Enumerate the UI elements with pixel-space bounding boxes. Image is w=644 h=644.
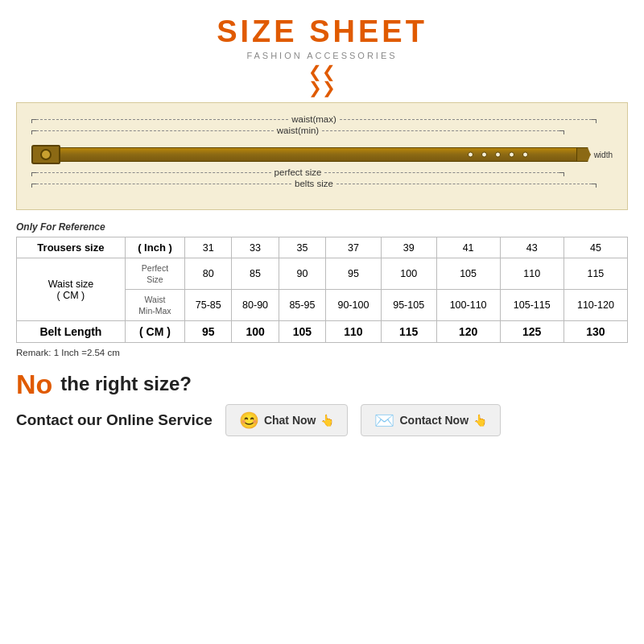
belt-125: 125 [500,321,564,343]
chat-now-button[interactable]: 😊 Chat Now 👆 [225,404,349,436]
perfect-size-measurement: perfect size [31,167,564,177]
waist-100-110: 100-110 [436,290,500,321]
belt-length-unit: ( CM ) [125,321,184,343]
mail-icon: ✉️ [374,411,394,430]
belt-length-label: Belt Length [17,321,126,343]
belt-hole [481,152,487,158]
no-text: No [16,370,52,398]
waist-size-text: Waist size [48,279,94,290]
size-33: 33 [232,237,279,258]
page-title: SIZE SHEET [217,14,427,49]
belt-hole [522,152,528,158]
no-right-size-row: No the right size? [16,370,628,398]
waist-max-label: waist(max) [288,114,340,124]
hand-icon-contact: 👆 [473,414,487,427]
contact-row: Contact our Online Service 😊 Chat Now 👆 … [16,404,628,436]
waist-minmax-sublabel: WaistMin-Max [125,290,184,321]
size-table: Trousers size ( Inch ) 31 33 35 37 39 41… [16,237,628,343]
belt-95: 95 [185,321,232,343]
chat-icon: 😊 [239,411,259,430]
chat-btn-label: Chat Now [264,414,316,427]
belt-hole [509,152,514,158]
perfect-95: 95 [326,258,382,290]
belt-100: 100 [232,321,279,343]
belt-diagram: waist(max) waist(min) [16,102,628,210]
belt-buckle [31,145,60,164]
waist-75-85: 75-85 [185,290,232,321]
belt-hole [495,152,501,158]
belt-strap [60,147,576,162]
belt-120: 120 [436,321,500,343]
waist-80-90: 80-90 [232,290,279,321]
right-size-text: the right size? [60,373,192,395]
belt-length-row: Belt Length ( CM ) 95 100 105 110 115 12… [17,321,628,343]
perfect-size-row: Waist size ( CM ) PerfectSize 80 85 90 9… [17,258,628,290]
chevron-icon: ❮❮❯❯ [308,64,336,96]
belt-holes [468,152,528,158]
waist-105-115: 105-115 [500,290,564,321]
page-subtitle: FASHION ACCESSORIES [246,51,397,60]
size-37: 37 [326,237,382,258]
size-35: 35 [279,237,325,258]
waist-95-105: 95-105 [381,290,436,321]
waist-110-120: 110-120 [564,290,627,321]
perfect-110: 110 [500,258,564,290]
hand-icon-chat: 👆 [320,414,334,427]
belt-115: 115 [381,321,436,343]
waist-85-95: 85-95 [279,290,325,321]
size-45: 45 [564,237,627,258]
size-39: 39 [381,237,436,258]
waist-max-measurement: waist(max) [31,114,597,124]
col-trousers-size: Trousers size [17,237,126,258]
bottom-section: No the right size? Contact our Online Se… [16,370,628,436]
belt-size-label: belts size [291,179,336,188]
contact-label: Contact our Online Service [16,411,213,429]
waist-min-label: waist(min) [274,126,322,135]
perfect-size-sublabel: PerfectSize [125,258,184,290]
belt-130: 130 [564,321,627,343]
waist-90-100: 90-100 [326,290,382,321]
waist-size-label: Waist size ( CM ) [17,258,126,321]
perfect-115: 115 [564,258,627,290]
remark-text: Remark: 1 Inch =2.54 cm [16,348,628,357]
col-inch: ( Inch ) [125,237,184,258]
waist-min-measurement: waist(min) [31,126,564,135]
contact-btn-label: Contact Now [399,414,469,427]
perfect-85: 85 [232,258,279,290]
belt-hole [468,152,473,158]
perfect-size-label: perfect size [271,167,325,177]
size-43: 43 [500,237,564,258]
perfect-80: 80 [185,258,232,290]
belt-end [576,147,591,162]
belt-visual: width [31,143,613,166]
belt-size-measurement: belts size [31,179,597,188]
perfect-100: 100 [381,258,436,290]
belt-110: 110 [326,321,382,343]
page: SIZE SHEET FASHION ACCESSORIES ❮❮❯❯ wais… [0,0,644,644]
size-31: 31 [185,237,232,258]
perfect-90: 90 [279,258,325,290]
size-41: 41 [436,237,500,258]
waist-unit-text: ( CM ) [57,290,85,301]
contact-now-button[interactable]: ✉️ Contact Now 👆 [361,404,501,436]
perfect-105: 105 [436,258,500,290]
width-label: width [594,151,613,159]
reference-label: Only For Reference [16,221,628,233]
belt-105: 105 [279,321,325,343]
